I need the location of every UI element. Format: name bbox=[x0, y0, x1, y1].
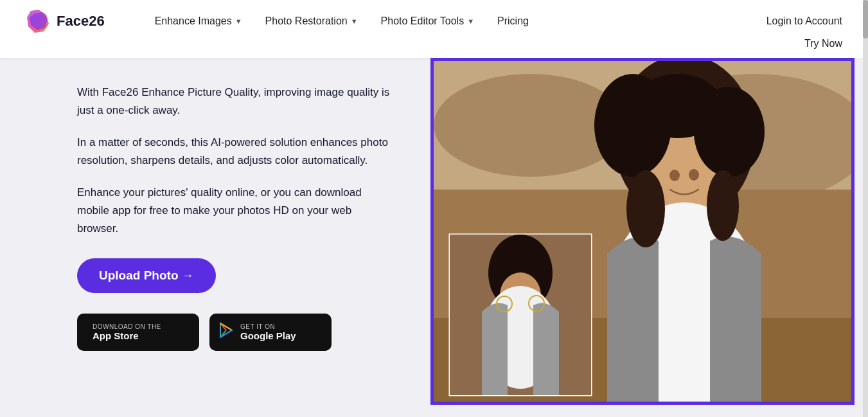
svg-point-21 bbox=[707, 170, 739, 241]
nav-label-restoration: Photo Restoration bbox=[265, 15, 348, 27]
svg-point-22 bbox=[669, 170, 680, 181]
google-play-text: GET IT ON Google Play bbox=[240, 323, 296, 341]
nav-item-pricing[interactable]: Pricing bbox=[486, 10, 540, 32]
google-play-sub: GET IT ON bbox=[240, 323, 296, 330]
header-row2: Try Now bbox=[26, 38, 842, 49]
hero-photo-background bbox=[434, 61, 851, 402]
main-nav: Enhance Images ▼ Photo Restoration ▼ Pho… bbox=[143, 10, 766, 32]
nav-item-enhance-images[interactable]: Enhance Images ▼ bbox=[143, 10, 254, 32]
scrollbar-thumb[interactable] bbox=[863, 0, 868, 39]
description-2: In a matter of seconds, this AI-powered … bbox=[77, 134, 392, 170]
face26-logo-icon bbox=[26, 8, 51, 34]
app-store-text: Download on the App Store bbox=[93, 323, 161, 341]
right-panel bbox=[430, 58, 868, 417]
app-store-sub: Download on the bbox=[93, 323, 161, 330]
description-1: With Face26 Enhance Picture Quality, imp… bbox=[77, 84, 392, 120]
logo-area[interactable]: Face26 bbox=[26, 8, 105, 34]
nav-item-photo-restoration[interactable]: Photo Restoration ▼ bbox=[254, 10, 369, 32]
google-play-badge[interactable]: GET IT ON Google Play bbox=[209, 314, 332, 351]
left-panel: With Face26 Enhance Picture Quality, imp… bbox=[0, 58, 430, 417]
hero-image-container bbox=[430, 58, 855, 405]
svg-line-4 bbox=[220, 330, 232, 337]
app-store-badge[interactable]: Download on the App Store bbox=[77, 314, 199, 351]
nav-label-pricing: Pricing bbox=[497, 15, 529, 27]
try-now-button[interactable]: Try Now bbox=[804, 38, 842, 49]
svg-line-3 bbox=[220, 323, 232, 330]
google-play-icon bbox=[218, 323, 234, 342]
google-play-main: Google Play bbox=[240, 330, 296, 341]
background-scene bbox=[434, 61, 851, 402]
svg-point-20 bbox=[626, 170, 665, 247]
description-3: Enhance your pictures' quality online, o… bbox=[77, 184, 392, 238]
nav-right: Login to Account bbox=[766, 15, 842, 27]
nav-label-editor: Photo Editor Tools bbox=[381, 15, 465, 27]
upload-photo-button[interactable]: Upload Photo → bbox=[77, 258, 216, 293]
nav-label-enhance: Enhance Images bbox=[155, 15, 232, 27]
app-store-main: App Store bbox=[93, 330, 161, 341]
store-badges: Download on the App Store GET IT ON bbox=[77, 314, 392, 351]
svg-point-19 bbox=[633, 74, 723, 138]
main-content: With Face26 Enhance Picture Quality, imp… bbox=[0, 58, 868, 417]
header-row1: Face26 Enhance Images ▼ Photo Restoratio… bbox=[26, 8, 842, 34]
chevron-down-icon: ▼ bbox=[351, 17, 358, 25]
nav-item-photo-editor-tools[interactable]: Photo Editor Tools ▼ bbox=[369, 10, 486, 32]
chevron-down-icon: ▼ bbox=[235, 17, 242, 25]
svg-point-23 bbox=[689, 169, 699, 181]
chevron-down-icon: ▼ bbox=[467, 17, 474, 25]
logo-text: Face26 bbox=[57, 13, 105, 30]
header: Face26 Enhance Images ▼ Photo Restoratio… bbox=[0, 0, 868, 58]
scrollbar[interactable] bbox=[863, 0, 868, 417]
login-link[interactable]: Login to Account bbox=[766, 15, 842, 27]
